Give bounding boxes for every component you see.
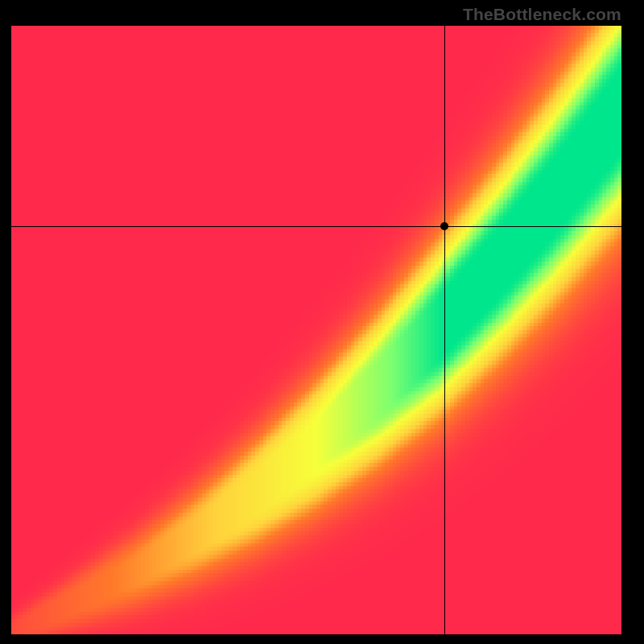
plot-area — [11, 26, 621, 634]
chart-container: TheBottleneck.com — [0, 0, 644, 644]
watermark-text: TheBottleneck.com — [463, 5, 621, 24]
crosshair-horizontal — [11, 226, 621, 227]
crosshair-vertical — [444, 26, 445, 634]
heatmap-canvas — [11, 26, 621, 634]
selection-marker — [440, 222, 448, 230]
